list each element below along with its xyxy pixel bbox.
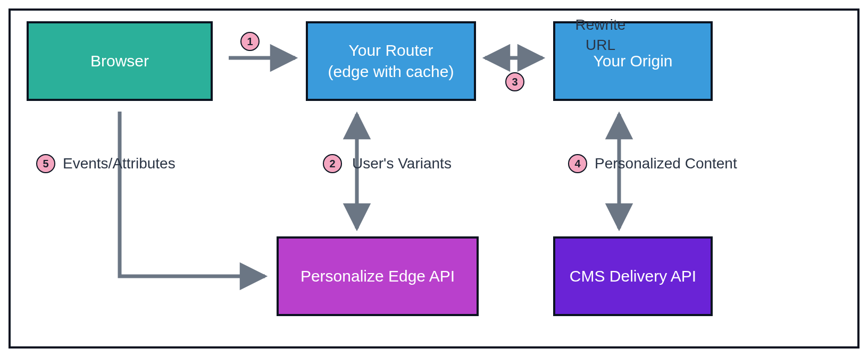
step-badge-5-num: 5 xyxy=(43,158,48,170)
node-personalize-edge-api-label: Personalize Edge API xyxy=(301,266,455,287)
step-badge-1: 1 xyxy=(240,32,260,51)
step-badge-2: 2 xyxy=(323,154,342,173)
step-badge-4-num: 4 xyxy=(574,158,580,170)
node-browser: Browser xyxy=(27,21,213,101)
step-label-3: Rewrite URL xyxy=(547,15,654,55)
step-label-4: Personalized Content xyxy=(595,155,737,172)
diagram-canvas: Browser Your Router (edge with cache) Yo… xyxy=(0,0,868,357)
step-label-5: Events/Attributes xyxy=(63,155,176,172)
node-router: Your Router (edge with cache) xyxy=(306,21,476,101)
node-cms-delivery-api: CMS Delivery API xyxy=(553,236,713,316)
step-badge-3-num: 3 xyxy=(512,76,518,88)
node-cms-delivery-api-label: CMS Delivery API xyxy=(570,266,696,287)
step-badge-4: 4 xyxy=(568,154,587,173)
step-label-2: User's Variants xyxy=(352,155,452,172)
node-router-label: Your Router (edge with cache) xyxy=(328,40,454,83)
step-badge-3: 3 xyxy=(505,72,524,91)
step-badge-2-num: 2 xyxy=(329,158,335,170)
node-personalize-edge-api: Personalize Edge API xyxy=(277,236,479,316)
step-badge-1-num: 1 xyxy=(247,36,253,48)
step-badge-5: 5 xyxy=(36,154,55,173)
node-browser-label: Browser xyxy=(90,50,149,72)
